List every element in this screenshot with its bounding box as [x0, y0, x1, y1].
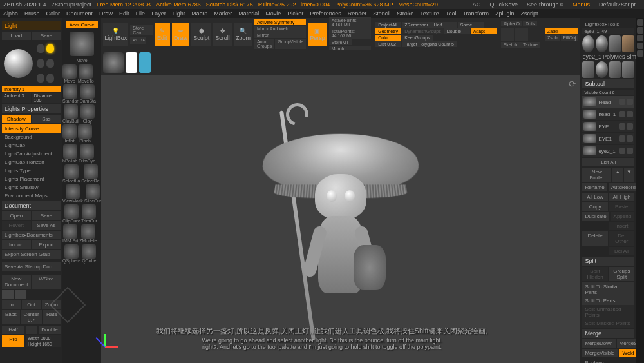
newfolder-button[interactable]: New Folder: [582, 168, 611, 182]
brush-move[interactable]: [62, 64, 77, 79]
eye-icon[interactable]: [619, 135, 625, 142]
brush-pinch[interactable]: [78, 124, 92, 139]
projectall-button[interactable]: ProjectAll: [375, 22, 401, 28]
lightbox-documents-button[interactable]: Lightbox▸Documents: [2, 231, 61, 239]
menu-render[interactable]: Render: [348, 10, 367, 17]
alllow-button[interactable]: All Low: [582, 193, 607, 201]
menu-color[interactable]: Color: [46, 10, 61, 17]
adapt-button[interactable]: Adapt: [471, 28, 497, 34]
paste-button[interactable]: Paste: [609, 202, 634, 211]
scroll-button[interactable]: ✥Scroll: [213, 23, 232, 46]
tool-thumb-6[interactable]: [596, 61, 608, 78]
splitmasked-button[interactable]: Split Masked Points: [582, 319, 634, 328]
dots-button[interactable]: Dots: [523, 21, 537, 26]
merge-header[interactable]: Merge: [582, 329, 634, 338]
distance-slider[interactable]: Distance 100: [32, 93, 61, 103]
light-item-lightcap[interactable]: LightCap: [2, 141, 61, 150]
activate-symmetry-button[interactable]: Activate Symmetry: [254, 19, 306, 25]
tool-thumb-5[interactable]: [582, 61, 594, 78]
menu-light[interactable]: Light: [173, 10, 185, 17]
menu-document[interactable]: Document: [66, 10, 93, 17]
shelf-icon-4[interactable]: [637, 43, 643, 49]
brush-clay[interactable]: [80, 104, 95, 119]
menu-file[interactable]: File: [136, 10, 146, 17]
alpha-thumb[interactable]: [501, 28, 514, 41]
brush-selectla[interactable]: [64, 164, 79, 179]
shelf-icon-5[interactable]: [637, 50, 643, 57]
stroke-thumb[interactable]: [126, 52, 137, 73]
brush-trimdyn[interactable]: [80, 144, 94, 159]
tool-name-label[interactable]: eye2_1. 49: [582, 28, 634, 34]
menu-stencil[interactable]: Stencil: [373, 10, 390, 17]
eye-icon[interactable]: [619, 111, 625, 117]
pro-button[interactable]: Pro: [2, 335, 24, 347]
menu-material[interactable]: Material: [238, 10, 259, 17]
lightbox-tools-button[interactable]: Lightbox▸Tools: [582, 20, 634, 28]
brush-zmodele[interactable]: [81, 224, 95, 239]
mirror-button[interactable]: Mirror: [254, 32, 306, 38]
tool-thumb-4[interactable]: [622, 35, 634, 52]
menu-picker[interactable]: Picker: [287, 10, 303, 17]
doc-saveas-button[interactable]: Save As: [32, 221, 61, 230]
subtool-eye[interactable]: EYE: [582, 121, 634, 132]
storemt-button[interactable]: StoreMT: [329, 39, 352, 45]
folder-up-icon[interactable]: ▲: [612, 168, 623, 182]
shadow-tab[interactable]: Shadow: [2, 115, 31, 123]
insert-button[interactable]: Insert: [609, 222, 634, 230]
zsub-button[interactable]: Zsub: [545, 35, 560, 41]
append-button[interactable]: Append: [611, 212, 634, 221]
geometry-button[interactable]: Geometry: [375, 28, 401, 34]
light-preview-sphere[interactable]: [4, 49, 33, 78]
menus-toggle[interactable]: Menus: [573, 1, 590, 8]
accucurve-label[interactable]: AccuCurve: [66, 21, 98, 28]
storecam-button[interactable]: Store Cam: [130, 25, 153, 35]
light-6-bulb[interactable]: [46, 74, 54, 83]
tool-thumb-7[interactable]: [609, 61, 621, 78]
menu-movie[interactable]: Movie: [265, 10, 281, 17]
weld-toggle[interactable]: Weld: [619, 349, 636, 357]
texture-thumb[interactable]: [515, 28, 528, 41]
zadd-button[interactable]: Zadd: [545, 28, 578, 34]
targetpoly-slider[interactable]: Target Polygons Count 5: [402, 41, 457, 47]
sss-tab[interactable]: Sss: [32, 115, 61, 123]
double-button[interactable]: Double: [39, 326, 61, 334]
export-button[interactable]: Export: [32, 240, 61, 249]
split-header[interactable]: Split: [582, 257, 634, 266]
delother-button[interactable]: Del Other: [609, 231, 634, 246]
color-button[interactable]: Color: [375, 35, 401, 41]
brush-icon[interactable]: [627, 148, 633, 154]
tool-thumb-1[interactable]: [582, 35, 594, 52]
mergedown-button[interactable]: MergeDown: [582, 339, 615, 348]
light-item-background[interactable]: Background: [2, 133, 61, 141]
light-item-lightcap-horizon[interactable]: LightCap Horizon: [2, 158, 61, 166]
dist-slider[interactable]: Dist 0.02: [375, 41, 401, 47]
export-screengrab-button[interactable]: Export Screen Grab: [2, 250, 61, 259]
height-slider[interactable]: Height 1659: [26, 341, 61, 347]
brush-slicecur[interactable]: [86, 184, 100, 199]
save-startup-doc-button[interactable]: Save As Startup Doc: [2, 262, 61, 271]
delall-button[interactable]: Del All: [609, 247, 634, 255]
keepgroups-button[interactable]: KeepGroups: [402, 35, 432, 41]
persp-button[interactable]: ▣Persp: [308, 23, 327, 46]
menu-marker[interactable]: Marker: [214, 10, 232, 17]
zremesher-button[interactable]: ZRemesher: [402, 22, 431, 28]
zoom-in-button[interactable]: In: [2, 300, 21, 309]
allhigh-button[interactable]: All High: [609, 193, 634, 201]
menu-texture[interactable]: Texture: [420, 10, 439, 17]
brush-clipcurv[interactable]: [64, 204, 79, 219]
shelf-icon-3[interactable]: [637, 35, 643, 41]
eye-icon[interactable]: [619, 123, 625, 130]
draw-mode-button[interactable]: ✏Draw: [172, 23, 189, 46]
menu-draw[interactable]: Draw: [99, 10, 113, 17]
brush-icon[interactable]: [627, 135, 633, 142]
brush-moveto[interactable]: [79, 64, 93, 79]
menu-edit[interactable]: Edit: [119, 10, 129, 17]
rename-button[interactable]: Rename: [582, 183, 607, 191]
ambient-slider[interactable]: Ambient 3: [2, 93, 31, 103]
doc-revert-button[interactable]: Revert: [2, 221, 31, 230]
shelf-icon-1[interactable]: [637, 19, 643, 26]
brush-claybuil[interactable]: [64, 104, 78, 119]
center-button[interactable]: Center 0.7: [21, 310, 42, 324]
undo-icon[interactable]: ↶: [130, 37, 138, 44]
quicksave-button[interactable]: QuickSave: [489, 1, 518, 8]
